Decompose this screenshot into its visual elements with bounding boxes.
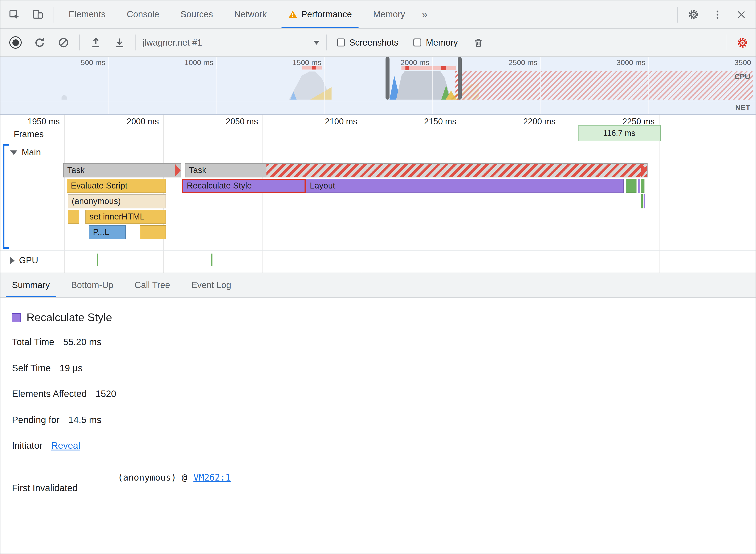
performance-toolbar: jlwagner.net #1 Screenshots Memory — [0, 29, 756, 57]
gpu-track-toggle[interactable]: GPU — [10, 255, 38, 266]
tab-label: Elements — [69, 9, 106, 19]
summary-row-value: 55.20 ms — [63, 337, 101, 347]
flame-bar-evaluate-script[interactable]: Evaluate Script — [67, 179, 166, 193]
flame-bar-paint[interactable] — [626, 179, 637, 193]
tab-memory[interactable]: Memory — [363, 0, 416, 28]
separator — [326, 35, 327, 50]
summary-row: Elements Affected1520 — [12, 389, 116, 399]
event-color-swatch — [12, 313, 21, 322]
devtools-tabbar: Elements Console Sources Network Perform… — [0, 0, 756, 29]
summary-row-label: Total Time — [12, 337, 54, 347]
more-options-icon[interactable] — [709, 5, 726, 24]
gridline — [163, 115, 164, 273]
frames-track-label: Frames — [14, 129, 44, 140]
screenshots-checkbox-label[interactable]: Screenshots — [349, 37, 398, 48]
tab-sources[interactable]: Sources — [170, 0, 224, 28]
summary-title: Recalculate Style — [26, 311, 112, 324]
flame-bar-sliver[interactable] — [641, 194, 643, 208]
flame-bar-script-small[interactable] — [140, 225, 166, 239]
profile-select[interactable]: jlwagner.net #1 — [143, 37, 320, 48]
clear-recording-button[interactable] — [54, 33, 72, 52]
memory-checkbox[interactable] — [414, 39, 421, 47]
device-toolbar-icon[interactable] — [29, 5, 47, 24]
separator — [677, 6, 678, 22]
tab-console[interactable]: Console — [116, 0, 170, 28]
flame-bar-label: Task — [67, 165, 85, 175]
flame-bar-style-sliver[interactable] — [638, 179, 640, 193]
settings-gear-icon[interactable] — [685, 5, 702, 24]
capture-settings-button[interactable] — [734, 33, 751, 52]
flame-bar-task-long[interactable]: Task — [185, 163, 648, 177]
gpu-track-label: GPU — [19, 255, 38, 266]
long-task-arrow-icon — [641, 164, 647, 177]
overview-ruler-label: 1000 ms — [184, 58, 213, 67]
flame-bar-anonymous[interactable]: (anonymous) — [68, 194, 166, 208]
separator — [54, 6, 54, 22]
close-devtools-icon[interactable] — [733, 5, 750, 24]
gridline — [560, 115, 560, 273]
tab-label: Event Log — [191, 280, 231, 290]
flame-bar-task[interactable]: Task — [63, 163, 181, 177]
tab-event-log[interactable]: Event Log — [180, 273, 242, 297]
details-tabbar: Summary Bottom-Up Call Tree Event Log — [0, 273, 756, 298]
clear-icon — [57, 37, 69, 48]
flame-bar-label: (anonymous) — [72, 197, 121, 206]
flame-bar-paint-sliver[interactable] — [641, 179, 644, 193]
flame-bar-layout[interactable]: Layout — [306, 179, 624, 193]
tab-summary[interactable]: Summary — [1, 273, 60, 297]
flame-bar-parse-html[interactable]: P...L — [89, 225, 126, 239]
tab-network[interactable]: Network — [223, 0, 277, 28]
cpu-lane-label: CPU — [734, 72, 750, 81]
more-tabs-button[interactable]: » — [416, 0, 434, 28]
frame-block[interactable]: 116.7 ms — [578, 125, 661, 141]
flame-bar-sliver[interactable] — [644, 194, 645, 208]
inspect-element-icon — [8, 8, 20, 20]
record-button[interactable] — [7, 33, 24, 52]
gridline — [362, 115, 362, 273]
gridline — [461, 115, 461, 273]
delete-recording-button[interactable] — [470, 33, 487, 52]
tab-label: Bottom-Up — [71, 280, 113, 290]
flame-bar-script-small[interactable] — [68, 210, 79, 224]
flame-bar-set-innerhtml[interactable]: set innerHTML — [86, 210, 166, 224]
summary-row-value: 19 µs — [59, 363, 83, 373]
summary-row-label: Initiator — [12, 440, 43, 450]
screenshots-checkbox[interactable] — [337, 39, 345, 47]
tab-label: Network — [234, 9, 267, 19]
more-tabs-chevron: » — [422, 9, 427, 20]
selection-handle-right[interactable] — [458, 57, 462, 100]
overview-ruler-label: 2000 ms — [400, 58, 429, 67]
divider — [0, 143, 756, 144]
trash-icon — [473, 37, 484, 48]
tab-bottom-up[interactable]: Bottom-Up — [60, 273, 124, 297]
download-icon — [113, 37, 125, 48]
first-invalidated-source: (anonymous) @ — [118, 472, 187, 483]
first-invalidated-source-link[interactable]: VM262:1 — [194, 472, 231, 483]
tab-call-tree[interactable]: Call Tree — [124, 273, 180, 297]
dimmed-region — [0, 69, 386, 115]
gpu-activity-mark — [211, 254, 212, 266]
inspect-element-icon[interactable] — [5, 5, 22, 24]
overview-timeline[interactable]: 500 ms 1000 ms 1500 ms 2000 ms 2500 ms 3… — [0, 57, 756, 115]
main-track-toggle[interactable]: Main — [10, 147, 41, 158]
memory-checkbox-label[interactable]: Memory — [426, 37, 458, 48]
summary-row: Self Time19 µs — [12, 363, 83, 374]
first-invalidated-label: First Invalidated — [12, 483, 77, 493]
load-profile-button[interactable] — [87, 33, 104, 52]
profile-select-value: jlwagner.net #1 — [143, 37, 202, 48]
overview-ruler-label: 500 ms — [81, 58, 106, 67]
save-profile-button[interactable] — [111, 33, 128, 52]
bracket-cap — [3, 247, 9, 249]
tab-label: Memory — [373, 9, 405, 19]
gridline — [263, 115, 263, 273]
flame-bar-recalculate-style-selected[interactable]: Recalculate Style — [182, 179, 306, 193]
detail-ruler-label: 1950 ms — [28, 117, 60, 126]
tab-performance[interactable]: Performance — [277, 0, 363, 28]
separator — [726, 35, 726, 50]
upload-icon — [90, 37, 102, 48]
selection-handle-left[interactable] — [385, 57, 389, 100]
reload-and-record-button[interactable] — [31, 33, 48, 52]
detail-ruler-label: 2200 ms — [523, 117, 555, 126]
initiator-reveal-link[interactable]: Reveal — [51, 440, 80, 450]
tab-elements[interactable]: Elements — [58, 0, 116, 28]
